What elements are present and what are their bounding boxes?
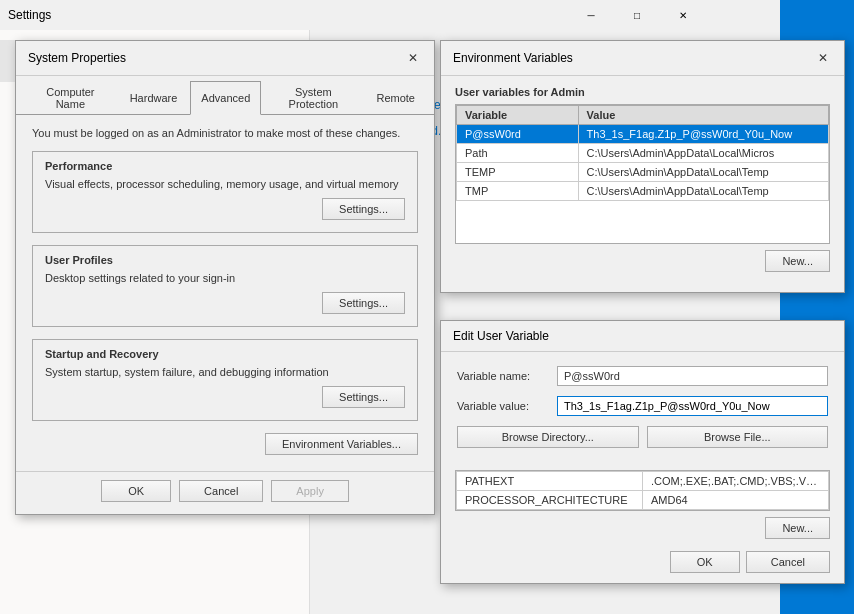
lower-system-vars: PATHEXT .COM;.EXE;.BAT;.CMD;.VBS;.VBE;.J… xyxy=(441,470,844,545)
user-profiles-title: User Profiles xyxy=(45,254,405,266)
edit-var-title: Edit User Variable xyxy=(453,329,549,343)
table-row[interactable]: PATHEXT .COM;.EXE;.BAT;.CMD;.VBS;.VBE;.J… xyxy=(457,472,829,491)
minimize-button[interactable]: ─ xyxy=(568,0,614,30)
system-props-title: System Properties xyxy=(28,51,126,65)
startup-settings-button[interactable]: Settings... xyxy=(322,386,405,408)
performance-desc: Visual effects, processor scheduling, me… xyxy=(45,178,405,190)
var-value-cell: C:\Users\Admin\AppData\Local\Micros xyxy=(578,144,828,163)
tab-computer-name[interactable]: Computer Name xyxy=(24,81,117,115)
table-row[interactable]: TMP C:\Users\Admin\AppData\Local\Temp xyxy=(457,182,829,201)
tabs-bar: Computer Name Hardware Advanced System P… xyxy=(16,76,434,115)
variable-col-header: Variable xyxy=(457,106,579,125)
user-profiles-desc: Desktop settings related to your sign-in xyxy=(45,272,405,284)
user-vars-table: Variable Value P@ssW0rd Th3_1s_F1ag.Z1p_… xyxy=(456,105,829,201)
env-vars-body: User variables for Admin Variable Value … xyxy=(441,76,844,292)
ok-button[interactable]: OK xyxy=(101,480,171,502)
startup-desc: System startup, system failure, and debu… xyxy=(45,366,405,378)
window-title-bar: Settings ─ □ ✕ xyxy=(0,0,780,30)
admin-info-text: You must be logged on as an Administrato… xyxy=(32,127,418,139)
var-name-cell: PROCESSOR_ARCHITECTURE xyxy=(457,491,643,510)
system-props-title-bar: System Properties ✕ xyxy=(16,41,434,76)
env-vars-title-bar: Environment Variables ✕ xyxy=(441,41,844,76)
window-title: Settings xyxy=(8,8,51,22)
table-row[interactable]: P@ssW0rd Th3_1s_F1ag.Z1p_P@ssW0rd_Y0u_No… xyxy=(457,125,829,144)
env-vars-button[interactable]: Environment Variables... xyxy=(265,433,418,455)
var-value-cell: Th3_1s_F1ag.Z1p_P@ssW0rd_Y0u_Now xyxy=(578,125,828,144)
maximize-button[interactable]: □ xyxy=(614,0,660,30)
user-vars-new-button[interactable]: New... xyxy=(765,250,830,272)
var-value-cell: C:\Users\Admin\AppData\Local\Temp xyxy=(578,163,828,182)
env-vars-close-button[interactable]: ✕ xyxy=(814,49,832,67)
var-value-cell: AMD64 xyxy=(643,491,829,510)
table-row[interactable]: Path C:\Users\Admin\AppData\Local\Micros xyxy=(457,144,829,163)
edit-var-title-bar: Edit User Variable xyxy=(441,321,844,352)
performance-settings-button[interactable]: Settings... xyxy=(322,198,405,220)
window-controls: ─ □ ✕ xyxy=(568,0,706,30)
var-value-input[interactable] xyxy=(557,396,828,416)
system-props-body: You must be logged on as an Administrato… xyxy=(16,115,434,467)
edit-user-var-dialog: Edit User Variable Variable name: Variab… xyxy=(440,320,845,584)
table-row[interactable]: TEMP C:\Users\Admin\AppData\Local\Temp xyxy=(457,163,829,182)
var-name-cell: P@ssW0rd xyxy=(457,125,579,144)
tab-hardware[interactable]: Hardware xyxy=(119,81,189,115)
lower-env-btn-row: New... xyxy=(455,517,830,539)
user-profiles-settings-button[interactable]: Settings... xyxy=(322,292,405,314)
var-value-label: Variable value: xyxy=(457,400,547,412)
apply-button[interactable]: Apply xyxy=(271,480,349,502)
system-props-close-button[interactable]: ✕ xyxy=(404,49,422,67)
startup-title: Startup and Recovery xyxy=(45,348,405,360)
tab-advanced[interactable]: Advanced xyxy=(190,81,261,115)
performance-title: Performance xyxy=(45,160,405,172)
var-name-cell: Path xyxy=(457,144,579,163)
cancel-button[interactable]: Cancel xyxy=(179,480,263,502)
var-name-row: Variable name: xyxy=(457,366,828,386)
startup-recovery-section: Startup and Recovery System startup, sys… xyxy=(32,339,418,421)
var-name-label: Variable name: xyxy=(457,370,547,382)
env-vars-title: Environment Variables xyxy=(453,51,573,65)
edit-var-cancel-button[interactable]: Cancel xyxy=(746,551,830,573)
var-name-cell: PATHEXT xyxy=(457,472,643,491)
var-value-row: Variable value: xyxy=(457,396,828,416)
edit-var-browse-btns: Browse Directory... Browse File... xyxy=(457,426,828,448)
value-col-header: Value xyxy=(578,106,828,125)
var-value-cell: C:\Users\Admin\AppData\Local\Temp xyxy=(578,182,828,201)
var-name-input[interactable] xyxy=(557,366,828,386)
user-vars-btn-row: New... xyxy=(455,250,830,272)
system-properties-dialog: System Properties ✕ Computer Name Hardwa… xyxy=(15,40,435,515)
tab-remote[interactable]: Remote xyxy=(365,81,426,115)
var-name-cell: TEMP xyxy=(457,163,579,182)
edit-var-body: Variable name: Variable value: Browse Di… xyxy=(441,352,844,470)
table-row[interactable]: PROCESSOR_ARCHITECTURE AMD64 xyxy=(457,491,829,510)
user-profiles-section: User Profiles Desktop settings related t… xyxy=(32,245,418,327)
system-vars-new-button[interactable]: New... xyxy=(765,517,830,539)
system-props-footer: OK Cancel Apply xyxy=(16,471,434,514)
user-vars-section-title: User variables for Admin xyxy=(455,86,830,98)
env-vars-dialog: Environment Variables ✕ User variables f… xyxy=(440,40,845,293)
browse-file-button[interactable]: Browse File... xyxy=(647,426,829,448)
lower-env-table: PATHEXT .COM;.EXE;.BAT;.CMD;.VBS;.VBE;.J… xyxy=(456,471,829,510)
edit-var-footer: OK Cancel xyxy=(441,545,844,583)
performance-section: Performance Visual effects, processor sc… xyxy=(32,151,418,233)
var-value-cell: .COM;.EXE;.BAT;.CMD;.VBS;.VBE;.JS;.JSE; xyxy=(643,472,829,491)
browse-dir-button[interactable]: Browse Directory... xyxy=(457,426,639,448)
user-vars-table-wrap: Variable Value P@ssW0rd Th3_1s_F1ag.Z1p_… xyxy=(455,104,830,244)
tab-system-protection[interactable]: System Protection xyxy=(263,81,363,115)
close-button[interactable]: ✕ xyxy=(660,0,706,30)
var-name-cell: TMP xyxy=(457,182,579,201)
edit-var-ok-button[interactable]: OK xyxy=(670,551,740,573)
